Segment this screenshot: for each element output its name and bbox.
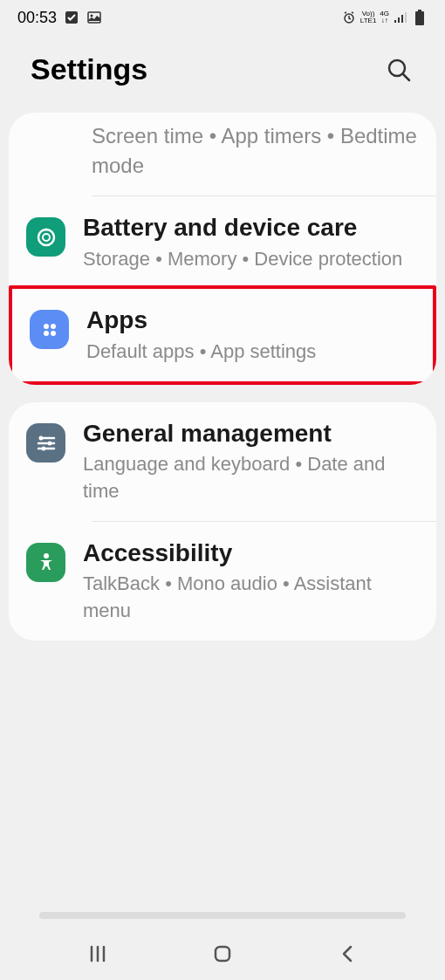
scroll-indicator <box>39 912 406 919</box>
accessibility-icon <box>26 543 65 582</box>
device-care-icon <box>26 217 65 257</box>
recents-icon <box>88 944 107 963</box>
svg-rect-7 <box>405 12 407 23</box>
svg-point-13 <box>43 234 50 241</box>
svg-line-11 <box>403 74 409 80</box>
home-button[interactable] <box>196 936 249 971</box>
item-content: Apps Default apps • App settings <box>86 305 415 365</box>
recents-button[interactable] <box>72 936 124 971</box>
svg-rect-32 <box>216 947 229 961</box>
settings-item-apps[interactable]: Apps Default apps • App settings <box>9 285 436 384</box>
signal-icon <box>393 10 408 25</box>
status-time: 00:53 <box>17 9 57 27</box>
header: Settings <box>0 35 445 113</box>
item-content: Battery and device care Storage • Memory… <box>83 212 419 272</box>
svg-rect-8 <box>418 10 421 11</box>
item-subtitle: Default apps • App settings <box>86 339 415 366</box>
settings-item-battery-device-care[interactable]: Battery and device care Storage • Memory… <box>9 196 436 288</box>
navigation-bar <box>0 928 445 980</box>
network-gen: 4G ↓↑ <box>380 10 389 24</box>
svg-point-2 <box>91 15 93 17</box>
svg-point-14 <box>44 228 47 230</box>
apps-icon <box>30 310 69 349</box>
item-content: Accessibility TalkBack • Mono audio • As… <box>83 538 419 625</box>
battery-icon <box>412 10 428 25</box>
item-content: General management Language and keyboard… <box>83 418 419 505</box>
network-label: Vo)) LTE1 <box>360 10 377 24</box>
svg-rect-6 <box>401 15 403 23</box>
item-title: Accessibility <box>83 538 419 569</box>
general-management-icon <box>26 423 65 463</box>
status-bar: 00:53 Vo)) LTE1 4G ↓↑ <box>0 0 445 35</box>
svg-rect-4 <box>394 20 396 23</box>
status-right: Vo)) LTE1 4G ↓↑ <box>341 10 428 25</box>
page-title: Settings <box>31 52 147 86</box>
status-left: 00:53 <box>17 9 102 27</box>
back-icon <box>339 943 356 964</box>
svg-point-28 <box>44 553 49 559</box>
alarm-icon <box>341 10 357 25</box>
svg-point-16 <box>51 324 56 329</box>
item-subtitle: TalkBack • Mono audio • Assistant menu <box>83 571 419 625</box>
svg-point-18 <box>51 331 56 336</box>
item-title: General management <box>83 418 419 449</box>
item-subtitle: Language and keyboard • Date and time <box>83 451 419 505</box>
settings-item-general-management[interactable]: General management Language and keyboard… <box>9 402 436 521</box>
svg-point-12 <box>38 230 54 245</box>
svg-rect-5 <box>398 17 400 23</box>
item-content: Screen time • App timers • Bedtime mode <box>92 121 419 180</box>
settings-item-accessibility[interactable]: Accessibility TalkBack • Mono audio • As… <box>9 522 436 641</box>
search-icon <box>386 57 412 83</box>
back-button[interactable] <box>321 936 373 971</box>
item-subtitle: Storage • Memory • Device protection <box>83 246 419 273</box>
svg-point-15 <box>44 324 49 329</box>
settings-item-digital-wellbeing[interactable]: Screen time • App timers • Bedtime mode <box>9 113 436 195</box>
svg-rect-9 <box>415 11 424 25</box>
search-button[interactable] <box>383 54 414 86</box>
item-subtitle: Screen time • App timers • Bedtime mode <box>92 121 419 180</box>
item-title: Battery and device care <box>83 212 419 243</box>
checkbox-icon <box>64 10 79 25</box>
svg-point-17 <box>44 331 49 336</box>
settings-group-1: Screen time • App timers • Bedtime mode … <box>9 113 436 385</box>
item-title: Apps <box>86 305 415 336</box>
home-icon <box>212 943 233 964</box>
image-icon <box>86 10 102 25</box>
settings-group-2: General management Language and keyboard… <box>9 402 436 641</box>
